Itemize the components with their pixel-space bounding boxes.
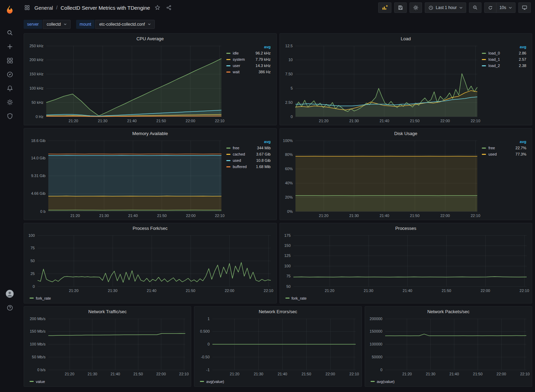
svg-text:21:40: 21:40 bbox=[147, 289, 156, 293]
chart-disk-usage[interactable]: 0%20%40%60%80%100%21:2021:3021:4021:5022… bbox=[282, 137, 481, 219]
svg-text:21:30: 21:30 bbox=[349, 119, 359, 123]
legend-item[interactable]: system bbox=[226, 56, 251, 62]
legend-item[interactable]: avg(value) bbox=[371, 380, 395, 384]
svg-text:22:10: 22:10 bbox=[471, 214, 480, 218]
sidebar-item-help[interactable] bbox=[3, 303, 16, 312]
svg-text:21:30: 21:30 bbox=[349, 214, 359, 218]
svg-text:0: 0 bbox=[208, 342, 210, 346]
legend-item[interactable]: idle bbox=[226, 50, 251, 56]
legend-item[interactable]: used bbox=[226, 157, 252, 164]
sidebar-item-alerting[interactable] bbox=[3, 84, 16, 92]
legend-item[interactable]: wait bbox=[226, 69, 251, 75]
svg-text:22:10: 22:10 bbox=[349, 372, 359, 376]
variable-value: etc-collectd-collectd.conf bbox=[99, 22, 145, 27]
panel-title[interactable]: Process Fork/sec bbox=[24, 223, 276, 232]
svg-text:21:50: 21:50 bbox=[302, 372, 311, 376]
legend-item[interactable]: load_1 bbox=[481, 56, 513, 62]
svg-text:22:00: 22:00 bbox=[440, 119, 450, 123]
variable-label: server bbox=[24, 20, 42, 29]
legend-item[interactable]: free bbox=[481, 145, 507, 151]
panel-title[interactable]: Network Packets/sec bbox=[365, 307, 532, 315]
panel-title[interactable]: Load bbox=[280, 34, 532, 42]
series-color-swatch bbox=[226, 53, 230, 54]
sidebar-item-server-admin[interactable] bbox=[3, 112, 16, 120]
series-color-swatch bbox=[482, 65, 486, 66]
grafana-app: General / CollectD Server Metrics with T… bbox=[0, 0, 535, 392]
sidebar-item-configuration[interactable] bbox=[3, 98, 16, 106]
plus-icon bbox=[7, 43, 13, 50]
shield-icon bbox=[7, 113, 13, 119]
legend-item[interactable]: fork_rate bbox=[30, 296, 51, 300]
series-color-swatch bbox=[482, 148, 486, 149]
variables-row: server collectd mount etc-collectd-colle… bbox=[19, 15, 535, 33]
chart-process-fork[interactable]: 025507510021:2021:3021:4021:5022:0022:10 bbox=[26, 232, 274, 294]
legend-spacer bbox=[481, 139, 507, 145]
legend-item[interactable]: buffered bbox=[226, 164, 252, 170]
dashboard-settings-button[interactable] bbox=[410, 2, 422, 13]
user-avatar[interactable] bbox=[3, 290, 16, 298]
variable-value-dropdown[interactable]: etc-collectd-collectd.conf bbox=[95, 20, 154, 29]
chart-network-traffic[interactable]: 0 b/s50 Mb/s100 Mb/s150 Mb/s200 Mb/s21:2… bbox=[26, 315, 189, 377]
chevron-down-icon bbox=[509, 7, 512, 9]
svg-text:21:30: 21:30 bbox=[99, 214, 109, 218]
panel-title[interactable]: Network Errors/sec bbox=[194, 307, 361, 315]
legend-item[interactable]: avg(value) bbox=[200, 380, 224, 384]
panel-title[interactable]: Processes bbox=[280, 223, 532, 232]
svg-text:22:10: 22:10 bbox=[264, 289, 274, 293]
legend-row: used77.3% bbox=[481, 151, 527, 157]
series-color-swatch bbox=[226, 154, 230, 155]
refresh-interval-dropdown[interactable]: 10s bbox=[496, 2, 516, 13]
chart-memory-available[interactable]: 0 b4.66 Gib9.31 Gib14.0 Gib18.6 Gib21:20… bbox=[26, 137, 225, 219]
add-panel-button[interactable] bbox=[378, 2, 391, 13]
sidebar-item-search[interactable] bbox=[3, 28, 16, 37]
legend-item-label: value bbox=[36, 380, 45, 384]
panel-title[interactable]: Network Traffic/sec bbox=[24, 307, 191, 315]
legend-item[interactable]: used bbox=[481, 151, 507, 157]
svg-text:21:50: 21:50 bbox=[157, 214, 167, 218]
breadcrumb-section[interactable]: General bbox=[34, 5, 53, 11]
star-icon bbox=[155, 5, 160, 10]
time-range-picker[interactable]: Last 1 hour bbox=[425, 2, 466, 13]
legend-item[interactable]: free bbox=[226, 145, 252, 151]
svg-text:12.5: 12.5 bbox=[285, 44, 292, 48]
legend-table: avgfree22.7%used77.3% bbox=[481, 139, 527, 157]
chart-load[interactable]: 02.5057.501012.521:2021:3021:4021:5022:0… bbox=[282, 42, 481, 124]
legend-item[interactable]: user bbox=[226, 62, 251, 69]
legend: avgidle96.2 kHzsystem7.79 kHzuser14.3 kH… bbox=[225, 42, 274, 124]
zoom-out-button[interactable] bbox=[469, 2, 481, 13]
refresh-button[interactable] bbox=[484, 2, 496, 13]
legend-item[interactable]: load_0 bbox=[481, 50, 513, 56]
legend-item[interactable]: fork_rate bbox=[285, 296, 307, 300]
share-button[interactable] bbox=[165, 4, 173, 11]
legend-row: buffered1.68 Mib bbox=[226, 164, 271, 170]
chart-network-errors[interactable]: -1-0.5000.500121:2021:3021:4021:5022:002… bbox=[196, 315, 359, 377]
variable-label: mount bbox=[76, 20, 95, 29]
svg-text:0: 0 bbox=[33, 284, 35, 289]
chart-cpu-average[interactable]: 0 Hz50 kHz100 kHz150 kHz200 kHz250 kHz21… bbox=[26, 42, 225, 124]
panel-title[interactable]: CPU Average bbox=[24, 34, 276, 42]
save-dashboard-button[interactable] bbox=[394, 2, 407, 13]
legend-item[interactable]: cached bbox=[226, 151, 252, 157]
legend-avg-value: 2.38 bbox=[513, 62, 527, 69]
chart-processes[interactable]: 507510012515017521:2021:3021:4021:5022:0… bbox=[282, 232, 530, 294]
svg-text:21:50: 21:50 bbox=[410, 119, 420, 123]
legend-avg-value: 344 Mib bbox=[252, 145, 271, 151]
chevron-down-icon bbox=[148, 23, 151, 25]
chart-network-packets[interactable]: 05000010000015000020000021:2021:3021:402… bbox=[367, 315, 530, 377]
star-button[interactable] bbox=[153, 4, 162, 11]
panel-title[interactable]: Memory Available bbox=[24, 128, 276, 137]
panel-title[interactable]: Disk Usage bbox=[280, 128, 532, 137]
sidebar-item-explore[interactable] bbox=[3, 70, 16, 78]
svg-text:21:20: 21:20 bbox=[402, 372, 412, 376]
svg-text:175: 175 bbox=[284, 233, 290, 237]
sidebar-item-dashboards[interactable] bbox=[3, 56, 16, 65]
svg-text:18.6 Gib: 18.6 Gib bbox=[31, 139, 46, 143]
cycle-view-button[interactable] bbox=[518, 2, 531, 13]
grafana-logo[interactable] bbox=[3, 3, 17, 17]
folder-grid-icon bbox=[23, 4, 31, 11]
variable-value-dropdown[interactable]: collectd bbox=[43, 20, 71, 29]
legend-row: load_02.86 bbox=[481, 50, 527, 56]
legend-item[interactable]: load_2 bbox=[481, 62, 513, 69]
sidebar-item-create[interactable] bbox=[3, 42, 16, 51]
legend-item[interactable]: value bbox=[30, 380, 45, 384]
